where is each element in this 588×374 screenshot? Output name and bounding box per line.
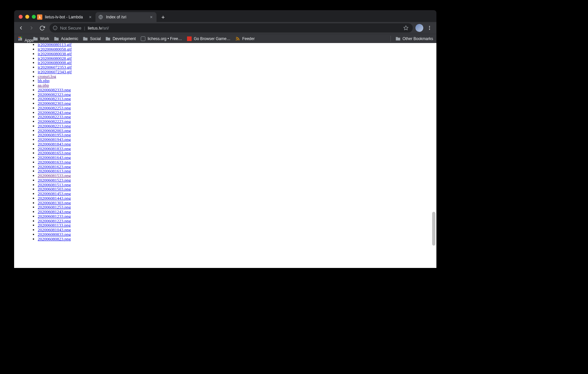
- bookmark-lichess[interactable]: lichess.org • Free…: [140, 36, 182, 41]
- file-link[interactable]: 202006081643.png: [38, 155, 71, 160]
- list-item: 202006082233.png: [38, 115, 436, 119]
- file-link[interactable]: 202006081223.png: [38, 218, 71, 223]
- file-link[interactable]: 202006081653.png: [38, 150, 71, 155]
- bookmark-feeder[interactable]: Feeder: [235, 36, 255, 41]
- bookmark-folder-social[interactable]: Social: [83, 36, 101, 41]
- bookmark-label: Go Browser Game…: [194, 36, 230, 41]
- bookmark-folder-work[interactable]: Work: [33, 36, 49, 41]
- svg-point-6: [429, 28, 430, 29]
- list-item: ir202006072353.gif: [38, 65, 436, 70]
- bookmark-go-browser-game[interactable]: Go Browser Game…: [187, 36, 230, 41]
- tab-title: Index of /sri: [106, 15, 146, 19]
- page-viewport[interactable]: ir202006080258.gifir202006080243.gifir20…: [14, 43, 436, 268]
- minimize-window-button[interactable]: [25, 15, 29, 19]
- bookmark-label: Other Bookmarks: [403, 36, 433, 41]
- file-link[interactable]: 202006082323.png: [38, 92, 71, 97]
- new-tab-button[interactable]: +: [158, 13, 168, 22]
- file-link[interactable]: 202006082303.png: [38, 101, 71, 106]
- list-item: 202006082243.png: [38, 110, 436, 115]
- file-link[interactable]: 202006082223.png: [38, 119, 71, 124]
- file-link[interactable]: 202006081523.png: [38, 178, 71, 183]
- list-item: 202006082323.png: [38, 92, 436, 97]
- list-item: 202006082223.png: [38, 119, 436, 124]
- file-link[interactable]: 202006082213.png: [38, 123, 71, 128]
- file-link[interactable]: ir202006080008.gif: [38, 60, 72, 65]
- file-link[interactable]: 202006081833.png: [38, 146, 71, 151]
- file-link[interactable]: 202006082233.png: [38, 114, 71, 119]
- list-item: 202006082253.png: [38, 106, 436, 110]
- address-bar[interactable]: Not Secure | lietus.lv/sri/: [50, 23, 413, 33]
- list-item: 202006081133.png: [38, 223, 436, 228]
- file-link[interactable]: 202006081253.png: [38, 205, 71, 209]
- bookmark-folder-academic[interactable]: Academic: [54, 36, 78, 41]
- site-info-icon[interactable]: [53, 26, 57, 30]
- file-link[interactable]: 202006081623.png: [38, 164, 71, 169]
- menu-button[interactable]: [425, 23, 434, 33]
- list-item: 202006081303.png: [38, 201, 436, 205]
- lichess-icon: [141, 36, 145, 41]
- list-item: 202006081513.png: [38, 183, 436, 187]
- close-tab-icon[interactable]: ×: [149, 14, 154, 20]
- list-item: 202006080833.png: [38, 232, 436, 237]
- file-link[interactable]: 202006081533.png: [38, 173, 71, 178]
- reload-button[interactable]: [37, 23, 47, 33]
- bookmark-label: Development: [113, 36, 136, 41]
- tab-title: lietus-lv-bot - Lambda: [45, 15, 85, 19]
- file-link[interactable]: bb.php: [38, 78, 50, 83]
- tab-0[interactable]: λlietus-lv-bot - Lambda×: [34, 12, 95, 22]
- file-link[interactable]: 202006082253.png: [38, 105, 71, 110]
- file-link[interactable]: 202006081233.png: [38, 214, 71, 219]
- bookmark-label: Feeder: [242, 36, 255, 41]
- file-link[interactable]: 202006081513.png: [38, 182, 71, 187]
- window-controls: [19, 15, 36, 19]
- file-link[interactable]: ir202006080038.gif: [38, 51, 72, 56]
- go-game-icon: [187, 36, 192, 41]
- list-item: 202006081453.png: [38, 191, 436, 196]
- bookmark-label: Work: [40, 36, 49, 41]
- file-link[interactable]: ir202006072353.gif: [38, 65, 72, 70]
- file-link[interactable]: 202006082333.png: [38, 87, 71, 92]
- directory-listing: ir202006080258.gifir202006080243.gifir20…: [27, 43, 436, 241]
- file-link[interactable]: 202006081843.png: [38, 142, 71, 146]
- file-link[interactable]: 202006080833.png: [38, 232, 71, 237]
- file-link[interactable]: 202006081443.png: [38, 196, 71, 201]
- close-window-button[interactable]: [19, 15, 23, 19]
- list-item: 202006081253.png: [38, 205, 436, 209]
- tab-1[interactable]: Index of /sri×: [95, 12, 157, 22]
- bookmark-star-icon[interactable]: [402, 24, 410, 32]
- browser-window: λlietus-lv-bot - Lambda×Index of /sri×+ …: [14, 10, 436, 268]
- file-link[interactable]: cronsri.log: [38, 74, 56, 79]
- file-link[interactable]: 202006081943.png: [38, 137, 71, 142]
- file-link[interactable]: 202006082313.png: [38, 96, 71, 101]
- svg-point-5: [429, 26, 430, 27]
- other-bookmarks-button[interactable]: Other Bookmarks: [395, 36, 433, 41]
- bookmark-label: Social: [90, 36, 101, 41]
- file-link[interactable]: ir202006080028.gif: [38, 56, 72, 61]
- bookmark-folder-development[interactable]: Development: [105, 36, 136, 41]
- file-link[interactable]: 202006081613.png: [38, 168, 71, 173]
- apps-shortcut[interactable]: Apps: [17, 36, 28, 41]
- profile-avatar[interactable]: [415, 24, 423, 32]
- scrollbar-thumb[interactable]: [432, 212, 435, 246]
- url-host: lietus.lv: [88, 26, 102, 31]
- scrollbar[interactable]: [432, 43, 436, 268]
- file-link[interactable]: 202006081133.png: [38, 223, 71, 228]
- file-link[interactable]: ir202006072343.gif: [38, 69, 72, 74]
- file-link[interactable]: 202006081503.png: [38, 187, 71, 191]
- file-link[interactable]: 202006081303.png: [38, 200, 71, 205]
- file-link[interactable]: 202006080823.png: [38, 236, 71, 241]
- file-link[interactable]: 202006081453.png: [38, 191, 71, 196]
- list-item: 202006081043.png: [38, 228, 436, 232]
- back-button[interactable]: [16, 23, 26, 33]
- forward-button[interactable]: [27, 23, 36, 33]
- file-link[interactable]: 202006081243.png: [38, 209, 71, 214]
- file-link[interactable]: 202006081953.png: [38, 132, 71, 137]
- file-link[interactable]: 202006081043.png: [38, 227, 71, 232]
- file-link[interactable]: aa.php: [38, 83, 49, 88]
- file-link[interactable]: 202006082243.png: [38, 110, 71, 115]
- file-link[interactable]: ir202006080058.gif: [38, 47, 72, 52]
- file-link[interactable]: 202006081633.png: [38, 160, 71, 165]
- list-item: aa.php: [38, 83, 436, 88]
- file-link[interactable]: 202006082003.png: [38, 128, 71, 133]
- close-tab-icon[interactable]: ×: [88, 14, 93, 20]
